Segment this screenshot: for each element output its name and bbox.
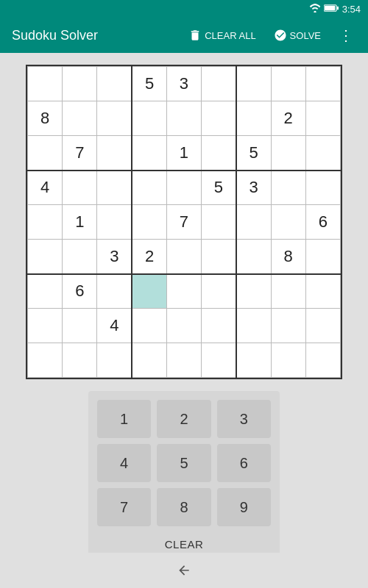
sudoku-cell[interactable]: [202, 274, 236, 309]
sudoku-cell[interactable]: [166, 343, 201, 378]
sudoku-cell[interactable]: [28, 205, 63, 240]
sudoku-cell[interactable]: [271, 136, 305, 171]
solve-button[interactable]: SOLVE: [271, 26, 324, 45]
sudoku-cell[interactable]: 3: [97, 240, 132, 274]
status-bar: 3:54: [0, 0, 368, 18]
sudoku-cell[interactable]: [305, 136, 340, 171]
sudoku-grid: 538271545317632864: [27, 66, 341, 378]
sudoku-cell[interactable]: [63, 343, 97, 378]
numpad-digit-button[interactable]: 7: [97, 488, 151, 526]
sudoku-cell[interactable]: [271, 205, 305, 240]
sudoku-cell[interactable]: [305, 240, 340, 274]
numpad-digit-button[interactable]: 9: [217, 488, 271, 526]
sudoku-cell[interactable]: [236, 205, 271, 240]
sudoku-cell[interactable]: [97, 274, 132, 309]
sudoku-cell[interactable]: [202, 205, 236, 240]
sudoku-cell[interactable]: 8: [271, 240, 305, 274]
sudoku-cell[interactable]: [63, 67, 97, 101]
sudoku-cell[interactable]: 5: [236, 136, 271, 171]
numpad-digit-button[interactable]: 6: [217, 444, 271, 482]
sudoku-cell[interactable]: [28, 343, 63, 378]
sudoku-cell[interactable]: [97, 101, 132, 136]
numpad-digit-button[interactable]: 5: [157, 444, 210, 482]
sudoku-cell[interactable]: [236, 274, 271, 309]
sudoku-cell[interactable]: [305, 171, 340, 205]
sudoku-cell[interactable]: 3: [236, 171, 271, 205]
sudoku-cell[interactable]: [63, 309, 97, 343]
sudoku-cell[interactable]: 7: [166, 205, 201, 240]
sudoku-cell[interactable]: [236, 240, 271, 274]
sudoku-cell[interactable]: [202, 240, 236, 274]
sudoku-cell[interactable]: [97, 205, 132, 240]
sudoku-cell[interactable]: [166, 309, 201, 343]
sudoku-cell[interactable]: [132, 274, 166, 309]
sudoku-cell[interactable]: [202, 101, 236, 136]
sudoku-cell[interactable]: [166, 101, 201, 136]
sudoku-cell[interactable]: [132, 309, 166, 343]
clear-all-button[interactable]: CLEAR ALL: [185, 26, 258, 45]
sudoku-cell[interactable]: [132, 171, 166, 205]
sudoku-cell[interactable]: [271, 274, 305, 309]
sudoku-cell[interactable]: 2: [132, 240, 166, 274]
sudoku-cell[interactable]: 7: [63, 136, 97, 171]
back-button[interactable]: [173, 559, 195, 581]
sudoku-cell[interactable]: [202, 67, 236, 101]
sudoku-cell[interactable]: 2: [271, 101, 305, 136]
numpad-digit-button[interactable]: 2: [157, 400, 210, 438]
sudoku-cell[interactable]: 4: [28, 171, 63, 205]
sudoku-cell[interactable]: 8: [28, 101, 63, 136]
more-options-icon[interactable]: ⋮: [336, 24, 356, 47]
sudoku-cell[interactable]: [166, 274, 201, 309]
sudoku-cell[interactable]: [271, 343, 305, 378]
sudoku-cell[interactable]: [28, 274, 63, 309]
sudoku-cell[interactable]: [236, 343, 271, 378]
sudoku-cell[interactable]: [305, 309, 340, 343]
numpad-digit-button[interactable]: 3: [217, 400, 271, 438]
numpad-digit-button[interactable]: 1: [97, 400, 151, 438]
sudoku-cell[interactable]: [132, 343, 166, 378]
sudoku-cell[interactable]: [236, 309, 271, 343]
sudoku-cell[interactable]: [305, 101, 340, 136]
sudoku-cell[interactable]: [97, 67, 132, 101]
sudoku-cell[interactable]: 6: [305, 205, 340, 240]
sudoku-cell[interactable]: 5: [132, 67, 166, 101]
sudoku-cell[interactable]: [202, 309, 236, 343]
sudoku-cell[interactable]: [202, 343, 236, 378]
sudoku-cell[interactable]: [166, 171, 201, 205]
sudoku-cell[interactable]: [236, 101, 271, 136]
status-icons: 3:54: [309, 2, 361, 15]
sudoku-cell[interactable]: [97, 343, 132, 378]
sudoku-cell[interactable]: 5: [202, 171, 236, 205]
sudoku-cell[interactable]: [166, 240, 201, 274]
sudoku-cell[interactable]: [271, 309, 305, 343]
sudoku-cell[interactable]: [28, 240, 63, 274]
sudoku-cell[interactable]: [236, 67, 271, 101]
sudoku-cell[interactable]: [132, 136, 166, 171]
sudoku-cell[interactable]: 3: [166, 67, 201, 101]
sudoku-cell[interactable]: [63, 240, 97, 274]
main-content: 538271545317632864 123456789 CLEAR: [0, 53, 368, 577]
sudoku-cell[interactable]: [271, 171, 305, 205]
sudoku-cell[interactable]: 6: [63, 274, 97, 309]
sudoku-cell[interactable]: [28, 309, 63, 343]
sudoku-cell[interactable]: [271, 67, 305, 101]
sudoku-cell[interactable]: [28, 67, 63, 101]
numpad-digit-button[interactable]: 4: [97, 444, 151, 482]
sudoku-cell[interactable]: [97, 136, 132, 171]
sudoku-cell[interactable]: [202, 136, 236, 171]
sudoku-cell[interactable]: 4: [97, 309, 132, 343]
sudoku-cell[interactable]: [28, 136, 63, 171]
sudoku-cell[interactable]: [305, 67, 340, 101]
svg-rect-2: [337, 7, 339, 10]
sudoku-cell[interactable]: [132, 205, 166, 240]
sudoku-cell[interactable]: 1: [166, 136, 201, 171]
numpad-digit-button[interactable]: 8: [157, 488, 210, 526]
sudoku-cell[interactable]: 1: [63, 205, 97, 240]
sudoku-cell[interactable]: [305, 274, 340, 309]
nav-bar: [0, 553, 368, 588]
sudoku-cell[interactable]: [63, 101, 97, 136]
sudoku-cell[interactable]: [132, 101, 166, 136]
sudoku-cell[interactable]: [97, 171, 132, 205]
sudoku-cell[interactable]: [63, 171, 97, 205]
sudoku-cell[interactable]: [305, 343, 340, 378]
